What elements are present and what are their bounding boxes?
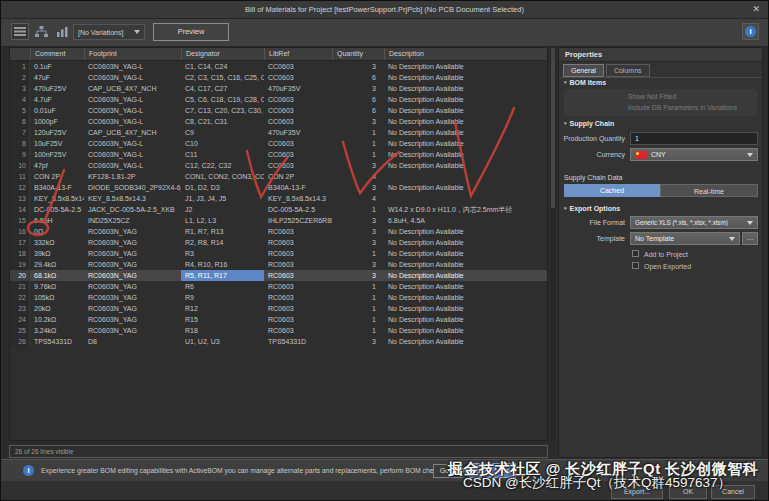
cell-designator[interactable]: R18 [181, 325, 264, 336]
cell-desc[interactable]: No Description Available [384, 325, 547, 336]
close-icon[interactable]: ✕ [752, 1, 760, 17]
cell-designator[interactable]: C11 [181, 149, 264, 160]
preview-button[interactable]: Preview [153, 23, 229, 41]
cell-num[interactable]: 11 [10, 171, 30, 182]
table-row[interactable]: 1047pfCC0603N_YAG-LC12, C22, C32CC06033N… [10, 160, 547, 171]
cell-qty[interactable]: 3 [332, 336, 384, 347]
table-row[interactable]: 2320kΩRC0603N_YAGR12RC06031No Descriptio… [10, 303, 547, 314]
cell-num[interactable]: 24 [10, 314, 30, 325]
cell-footprint[interactable]: KEY_8.5x8.5x14.3 [84, 193, 181, 204]
cell-qty[interactable]: 3 [332, 83, 384, 94]
cell-footprint[interactable]: CC0603N_YAG-L [84, 149, 181, 160]
cell-num[interactable]: 2 [10, 72, 30, 83]
cell-num[interactable]: 15 [10, 215, 30, 226]
cell-libref[interactable]: CON 2P [264, 171, 332, 182]
cell-comment[interactable]: 20kΩ [30, 303, 84, 314]
cell-comment[interactable]: 0.1uF [30, 61, 84, 72]
cell-designator[interactable]: C1, C14, C24 [181, 61, 264, 72]
cell-qty[interactable]: 1 [332, 149, 384, 160]
cell-desc[interactable]: No Description Available [384, 182, 547, 193]
cell-footprint[interactable]: RC0603N_YAG [84, 292, 181, 303]
table-vertical-scrollbar[interactable] [550, 47, 556, 441]
table-row[interactable]: 22105kΩRC0603N_YAGR9RC06031No Descriptio… [10, 292, 547, 303]
cell-desc[interactable]: No Description Available [384, 314, 547, 325]
cell-libref[interactable]: TPS54331D [264, 336, 332, 347]
hierarchy-view-icon[interactable] [32, 23, 50, 40]
cell-footprint[interactable]: RC0603N_YAG [84, 314, 181, 325]
cell-footprint[interactable]: CAP_UCB_4X7_NCH [84, 127, 181, 138]
cell-qty[interactable]: 1 [332, 281, 384, 292]
column-header-description[interactable]: Description [384, 48, 547, 60]
cell-qty[interactable]: 1 [332, 127, 384, 138]
export-button[interactable]: Export... [611, 485, 663, 499]
cell-libref[interactable]: RC0603 [264, 292, 332, 303]
cell-desc[interactable]: No Description Available [384, 83, 547, 94]
cell-designator[interactable]: R6 [181, 281, 264, 292]
cell-desc[interactable]: No Description Available [384, 281, 547, 292]
template-browse-button[interactable]: … [742, 232, 758, 245]
cell-footprint[interactable]: KF128-1.81-2P [84, 171, 181, 182]
cell-designator[interactable]: C7, C13, C20, C23, C30, C33 [181, 105, 264, 116]
cell-desc[interactable]: No Description Available [384, 138, 547, 149]
cell-footprint[interactable]: CC0603N_YAG-L [84, 160, 181, 171]
cell-libref[interactable]: CC0603 [264, 149, 332, 160]
table-row[interactable]: 13KEY_8.5x8.5x14.3KEY_8.5x8.5x14.3J1, J3… [10, 193, 547, 204]
cell-desc[interactable] [384, 171, 547, 182]
cell-footprint[interactable]: CAP_UCB_4X7_NCH [84, 83, 181, 94]
cell-qty[interactable]: 4 [332, 171, 384, 182]
cell-designator[interactable]: R9 [181, 292, 264, 303]
cell-footprint[interactable]: RC0603N_YAG [84, 226, 181, 237]
column-header-comment[interactable]: Comment [30, 48, 84, 60]
cell-designator[interactable]: C5, C6, C18, C19, C28, C29 [181, 94, 264, 105]
cell-libref[interactable]: 470uF35V [264, 83, 332, 94]
cell-designator[interactable]: C8, C21, C31 [181, 116, 264, 127]
cell-num[interactable]: 12 [10, 182, 30, 193]
cell-footprint[interactable]: CC0603N_YAG-L [84, 72, 181, 83]
cell-footprint[interactable]: IND25X25CZ [84, 215, 181, 226]
table-row[interactable]: 3470uF25VCAP_UCB_4X7_NCHC4, C17, C27470u… [10, 83, 547, 94]
table-row[interactable]: 44.7uFCC0603N_YAG-LC5, C6, C18, C19, C28… [10, 94, 547, 105]
cell-num[interactable]: 6 [10, 116, 30, 127]
cell-qty[interactable]: 3 [332, 270, 384, 281]
cell-qty[interactable]: 4 [332, 193, 384, 204]
cell-footprint[interactable]: CC0603N_YAG-L [84, 94, 181, 105]
cell-qty[interactable]: 3 [332, 226, 384, 237]
cell-footprint[interactable]: RC0603N_YAG [84, 281, 181, 292]
learn-more-button[interactable]: Learn More [469, 463, 516, 478]
cell-desc[interactable]: No Description Available [384, 72, 547, 83]
cell-designator[interactable]: D1, D2, D3 [181, 182, 264, 193]
cell-libref[interactable]: CC0603 [264, 116, 332, 127]
cell-qty[interactable]: 1 [332, 314, 384, 325]
cell-qty[interactable]: 1 [332, 325, 384, 336]
tab-general[interactable]: General [563, 64, 604, 77]
table-row[interactable]: 12B340A-13-FDIODE_SODB340_2P92X4-6_DIOD1… [10, 182, 547, 193]
cell-libref[interactable]: CC0603 [264, 61, 332, 72]
cell-comment[interactable]: CON 2P [30, 171, 84, 182]
panel-info-button[interactable]: i [742, 23, 759, 40]
cell-footprint[interactable]: JACK_DC-005-5A-2.5_XKB [84, 204, 181, 215]
cell-designator[interactable]: R15 [181, 314, 264, 325]
cell-desc[interactable]: No Description Available [384, 116, 547, 127]
cell-footprint[interactable]: RC0603N_YAG [84, 303, 181, 314]
cell-comment[interactable]: 6.8uH [30, 215, 84, 226]
cell-libref[interactable]: RC0603 [264, 248, 332, 259]
open-exported-checkbox[interactable] [632, 262, 639, 269]
cell-qty[interactable]: 1 [332, 292, 384, 303]
cell-qty[interactable]: 3 [332, 116, 384, 127]
cell-num[interactable]: 21 [10, 281, 30, 292]
cell-footprint[interactable]: CC0603N_YAG-L [84, 61, 181, 72]
cell-desc[interactable]: No Description Available [384, 105, 547, 116]
cell-designator[interactable]: C9 [181, 127, 264, 138]
column-header-libref[interactable]: LibRef [264, 48, 332, 60]
cell-desc[interactable]: No Description Available [384, 226, 547, 237]
cell-libref[interactable]: RC0603 [264, 226, 332, 237]
cell-num[interactable]: 25 [10, 325, 30, 336]
cell-desc[interactable]: No Description Available [384, 237, 547, 248]
cell-designator[interactable]: U1, U2, U3 [181, 336, 264, 347]
cell-designator[interactable]: R5, R11, R17 [181, 270, 264, 281]
cell-num[interactable]: 1 [10, 61, 30, 72]
cell-libref[interactable]: RC0603 [264, 237, 332, 248]
cell-desc[interactable]: W14.2 x D9.0 x H11.0，内芯2.5mm半径 [384, 204, 547, 215]
cell-num[interactable]: 8 [10, 138, 30, 149]
cell-footprint[interactable]: CC0603N_YAG-L [84, 116, 181, 127]
